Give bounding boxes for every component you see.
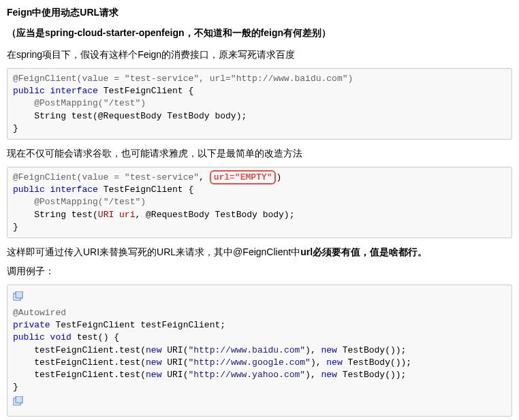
highlighted-url-param: url="EMPTY" — [210, 170, 277, 184]
paragraph-2: 现在不仅可能会请求谷歌，也可能请求雅虎，以下是最简单的改造方法 — [7, 148, 512, 160]
copy-icon[interactable] — [13, 291, 24, 302]
paragraph-3: 这样即可通过传入URI来替换写死的URL来请求，其中@FeignClient中u… — [7, 246, 512, 259]
page-title: Feign中使用动态URL请求 — [7, 7, 512, 19]
svg-rect-1 — [16, 291, 22, 298]
svg-rect-3 — [16, 396, 22, 403]
code-block-2: @FeignClient(value = "test-service", url… — [7, 167, 512, 238]
code-block-3: @Autowired private TestFeignClient testF… — [7, 285, 512, 417]
page-subtitle: （应当是spring-cloud-starter-openfeign，不知道和一… — [7, 27, 512, 39]
code-block-1: @FeignClient(value = "test-service", url… — [7, 68, 512, 140]
paragraph-4: 调用例子： — [7, 265, 512, 278]
copy-icon[interactable] — [13, 395, 24, 406]
paragraph-1: 在spring项目下，假设有这样个Feign的消费接口，原来写死请求百度 — [7, 49, 512, 61]
